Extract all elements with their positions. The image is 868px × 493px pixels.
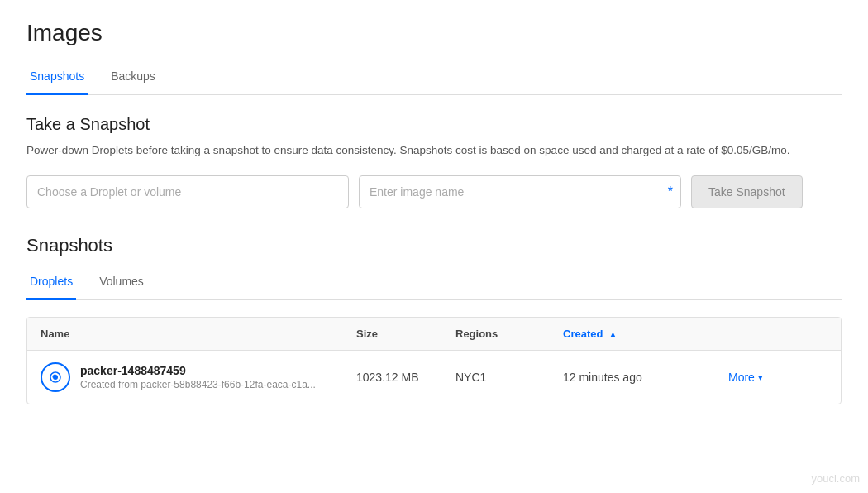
cell-actions: More ▾ [728,371,827,384]
column-header-regions: Regions [455,328,563,340]
cell-created: 12 minutes ago [563,371,728,384]
snapshot-icon [41,362,70,392]
column-header-size: Size [356,328,455,340]
snapshot-name: packer-1488487459 [80,364,316,377]
droplet-volume-input[interactable] [26,175,349,208]
column-header-created[interactable]: Created ▲ [563,328,728,340]
watermark: youci.com [811,472,860,485]
top-tabs-nav: Snapshots Backups [26,63,842,95]
cell-regions: NYC1 [455,371,563,384]
page-title: Images [26,20,842,46]
more-button[interactable]: More ▾ [728,371,763,384]
sort-arrow-icon: ▲ [608,329,618,339]
snapshot-sub: Created from packer-58b88423-f66b-12fa-e… [80,379,316,390]
table-row: packer-1488487459 Created from packer-58… [27,351,841,404]
name-info: packer-1488487459 Created from packer-58… [80,364,316,390]
column-header-actions [728,328,827,340]
image-name-wrapper: * [359,175,681,208]
cell-name: packer-1488487459 Created from packer-58… [41,362,356,392]
take-snapshot-heading: Take a Snapshot [26,115,842,134]
tab-snapshots[interactable]: Snapshots [26,63,88,95]
table-header: Name Size Regions Created ▲ [27,318,841,351]
tab-backups[interactable]: Backups [107,63,159,95]
chevron-down-icon: ▾ [758,372,763,383]
sub-tabs-nav: Droplets Volumes [26,268,842,300]
column-header-name: Name [41,328,356,340]
snapshot-form: * Take Snapshot [26,175,842,208]
column-created-label: Created [563,328,603,340]
required-asterisk: * [668,184,673,199]
more-label: More [728,371,755,384]
snapshots-table: Name Size Regions Created ▲ pa [26,317,842,404]
cell-size: 1023.12 MB [356,371,455,384]
snapshots-section-heading: Snapshots [26,235,842,256]
sub-tab-droplets[interactable]: Droplets [26,268,76,300]
take-snapshot-description: Power-down Droplets before taking a snap… [26,142,842,159]
take-snapshot-button[interactable]: Take Snapshot [691,175,803,208]
sub-tab-volumes[interactable]: Volumes [96,268,147,300]
image-name-input[interactable] [359,175,681,208]
